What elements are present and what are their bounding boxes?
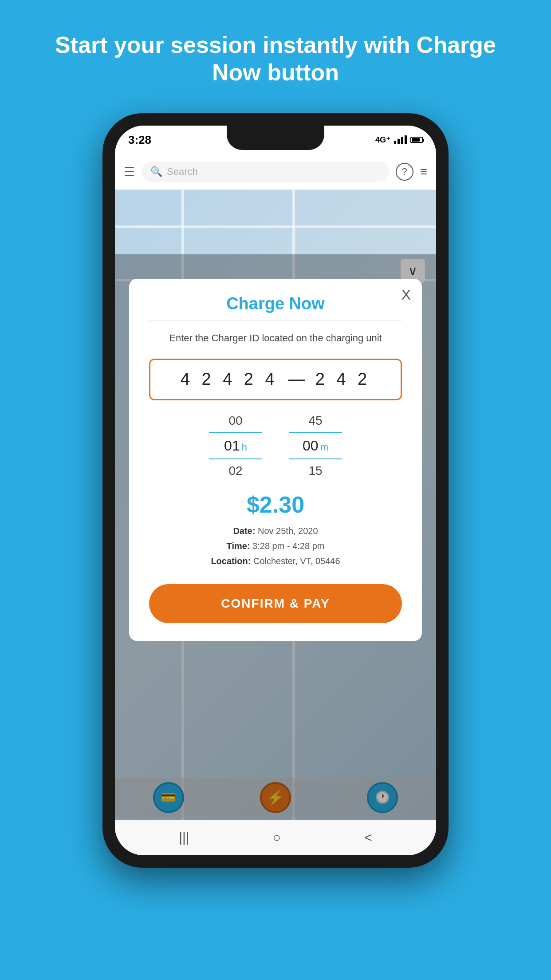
status-time: 3:28	[128, 133, 151, 147]
hamburger-icon[interactable]: ☰	[124, 165, 135, 179]
minutes-main: 00m	[303, 438, 328, 454]
hours-column[interactable]: 00 01h 02	[209, 414, 262, 478]
charger-id-part1: 4 2 4 2 4	[181, 370, 278, 389]
minutes-unit: m	[320, 442, 328, 453]
modal-overlay: X Charge Now Enter the Charger ID locate…	[115, 254, 436, 820]
date-value: Nov 25th, 2020	[258, 526, 318, 536]
map-road	[115, 225, 436, 228]
filter-icon[interactable]: ≡	[420, 165, 427, 179]
charger-id-dash: —	[288, 370, 305, 389]
android-home-button[interactable]: ○	[273, 830, 281, 845]
charger-id-part2: 2 4 2	[315, 370, 371, 389]
hours-unit: h	[242, 442, 247, 453]
phone-notch	[227, 126, 324, 150]
price-details: Date: Nov 25th, 2020 Time: 3:28 pm - 4:2…	[149, 523, 402, 569]
hours-main: 01h	[224, 438, 247, 454]
lte-indicator: 4G⁺	[375, 135, 390, 145]
map-area: ∨ X Charge Now Enter the Charger ID loca…	[115, 190, 436, 855]
minutes-line-top	[289, 432, 342, 433]
time-label: Time:	[227, 541, 250, 551]
hours-line-top	[209, 432, 262, 433]
android-back-button[interactable]: <	[364, 830, 372, 845]
time-value: 3:28 pm - 4:28 pm	[252, 541, 324, 551]
hours-top: 00	[228, 414, 242, 428]
android-recent-button[interactable]: |||	[179, 830, 189, 845]
phone-mockup: 3:28 4G⁺ ☰ 🔍 Search ? ≡	[102, 113, 449, 868]
location-label: Location:	[211, 556, 251, 566]
status-icons: 4G⁺	[375, 135, 423, 145]
android-nav-bar: ||| ○ <	[115, 820, 436, 855]
signal-icon	[394, 135, 407, 144]
location-value: Colchester, VT, 05446	[253, 556, 340, 566]
modal-divider	[149, 320, 402, 320]
search-icon: 🔍	[150, 166, 162, 178]
hours-line-bottom	[209, 458, 262, 459]
hours-bottom: 02	[228, 464, 242, 478]
search-bar[interactable]: 🔍 Search	[142, 162, 389, 182]
confirm-pay-button[interactable]: CONFIRM & PAY	[149, 584, 402, 623]
date-label: Date:	[233, 526, 255, 536]
help-icon[interactable]: ?	[396, 163, 413, 181]
phone-screen: 3:28 4G⁺ ☰ 🔍 Search ? ≡	[115, 126, 436, 855]
page-title: Start your session instantly with Charge…	[0, 31, 551, 87]
charger-id-input[interactable]: 4 2 4 2 4 — 2 4 2	[149, 359, 402, 400]
minutes-column[interactable]: 45 00m 15	[289, 414, 342, 478]
minutes-top: 45	[308, 414, 322, 428]
app-bar: ☰ 🔍 Search ? ≡	[115, 154, 436, 190]
modal-instruction: Enter the Charger ID located on the char…	[149, 332, 402, 345]
close-button[interactable]: X	[401, 287, 411, 303]
search-placeholder: Search	[167, 166, 198, 178]
charge-now-modal: X Charge Now Enter the Charger ID locate…	[129, 279, 422, 641]
modal-title: Charge Now	[149, 294, 402, 313]
battery-icon	[410, 137, 423, 143]
price-display: $2.30	[149, 491, 402, 518]
minutes-bottom: 15	[308, 464, 322, 478]
help-label: ?	[402, 166, 407, 178]
minutes-line-bottom	[289, 458, 342, 459]
time-picker: 00 01h 02 45	[149, 414, 402, 478]
